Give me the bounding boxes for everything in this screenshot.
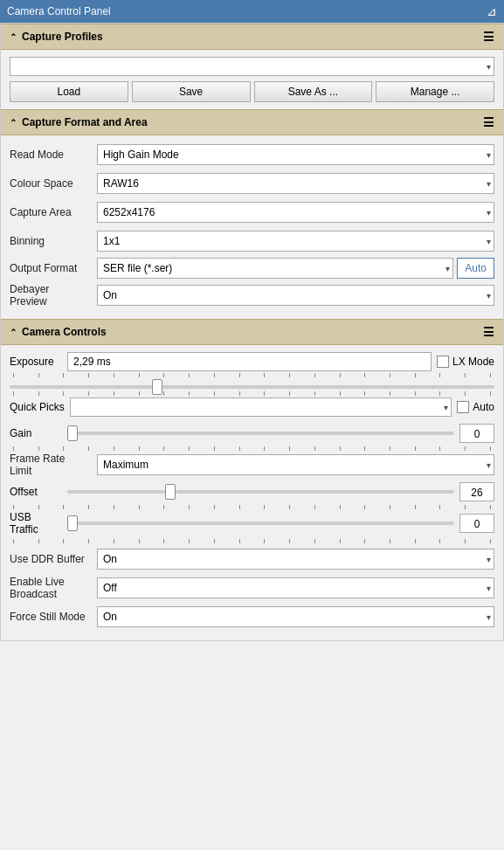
capture-area-select-wrapper: 6252x4176	[97, 202, 494, 223]
capture-format-header: ⌃ Capture Format and Area ☰	[1, 109, 503, 135]
force-still-select[interactable]: On	[97, 606, 494, 627]
use-ddr-select[interactable]: On	[97, 549, 494, 570]
binning-row: Binning 1x1	[10, 229, 494, 253]
use-ddr-label: Use DDR Buffer	[10, 553, 97, 565]
tick-10	[264, 373, 265, 377]
enable-live-select[interactable]: Off	[97, 577, 494, 598]
quick-picks-row: Quick Picks Auto	[10, 397, 494, 417]
profile-select-row	[10, 57, 494, 76]
quick-picks-label: Quick Picks	[10, 401, 65, 413]
offset-label: Offset	[10, 486, 62, 498]
save-as-button[interactable]: Save As ...	[254, 81, 373, 102]
usb-ticks	[10, 539, 494, 543]
colour-space-row: Colour Space RAW16	[10, 171, 494, 196]
capture-profiles-chevron[interactable]: ⌃	[10, 32, 17, 42]
camera-controls-chevron[interactable]: ⌃	[10, 328, 17, 337]
btick-13	[340, 391, 341, 396]
enable-live-row: Enable Live Broadcast Off	[10, 576, 494, 600]
usb-traffic-slider[interactable]	[67, 522, 454, 525]
tick-12	[314, 373, 315, 377]
btick-10	[264, 391, 265, 396]
btick-5	[139, 391, 140, 396]
tick-7	[189, 373, 190, 377]
btick-1	[38, 391, 39, 396]
usb-traffic-value: 0	[459, 514, 494, 533]
exposure-row: Exposure LX Mode	[10, 352, 494, 371]
capture-format-title: Capture Format and Area	[22, 116, 148, 128]
main-panel: ⌃ Capture Profiles ☰ Load Save Save As .…	[0, 23, 504, 641]
manage-button[interactable]: Manage ...	[376, 81, 494, 102]
tick-9	[239, 373, 240, 377]
tick-15	[390, 373, 390, 377]
usb-traffic-row: USB Traffic 0	[10, 511, 494, 536]
binning-select[interactable]: 1x1	[97, 231, 494, 252]
title-bar-text: Camera Control Panel	[7, 5, 111, 17]
read-mode-select[interactable]: High Gain Mode	[97, 144, 494, 165]
tick-4	[114, 373, 114, 377]
use-ddr-select-wrapper: On	[97, 549, 494, 570]
tick-8	[214, 373, 215, 377]
capture-format-chevron[interactable]: ⌃	[10, 118, 17, 128]
btick-0	[13, 391, 14, 396]
tick-18	[465, 373, 466, 377]
debayer-label: Debayer Preview	[10, 283, 97, 308]
read-mode-row: Read Mode High Gain Mode	[10, 142, 494, 167]
offset-slider[interactable]	[67, 490, 454, 494]
quick-picks-select[interactable]	[70, 397, 452, 417]
load-button[interactable]: Load	[10, 81, 128, 102]
btick-18	[465, 391, 466, 396]
capture-profiles-body: Load Save Save As ... Manage ...	[1, 50, 503, 109]
force-still-label: Force Still Mode	[10, 611, 97, 623]
output-format-select[interactable]: SER file (*.ser)	[97, 258, 453, 279]
gain-slider[interactable]	[67, 432, 454, 435]
binning-select-wrapper: 1x1	[97, 231, 494, 252]
enable-live-select-wrapper: Off	[97, 577, 494, 598]
usb-traffic-label: USB Traffic	[10, 511, 62, 536]
exposure-slider[interactable]	[10, 385, 494, 389]
debayer-select-wrapper: On	[97, 285, 494, 306]
capture-area-select[interactable]: 6252x4176	[97, 202, 494, 223]
lx-mode-text: LX Mode	[452, 356, 494, 368]
output-format-label: Output Format	[10, 262, 97, 274]
auto-checkbox[interactable]	[457, 401, 469, 413]
offset-ticks	[10, 505, 494, 509]
capture-profiles-menu-icon[interactable]: ☰	[483, 30, 494, 44]
btick-7	[189, 391, 190, 396]
exposure-ticks-top	[10, 373, 494, 377]
binning-label: Binning	[10, 235, 97, 247]
pin-icon[interactable]: ⊿	[487, 4, 497, 18]
output-format-auto-button[interactable]: Auto	[457, 258, 494, 279]
tick-14	[364, 373, 365, 377]
gain-ticks	[10, 446, 494, 451]
tick-6	[163, 373, 164, 377]
frame-rate-select-wrapper: Maximum	[97, 454, 494, 475]
read-mode-select-wrapper: High Gain Mode	[97, 144, 494, 165]
title-bar: Camera Control Panel ⊿	[0, 0, 504, 23]
btick-2	[63, 391, 64, 396]
exposure-input[interactable]	[67, 352, 432, 371]
offset-value: 26	[459, 482, 494, 501]
tick-19	[490, 373, 491, 377]
capture-area-label: Capture Area	[10, 206, 97, 218]
tick-2	[63, 373, 64, 377]
camera-controls-body: Exposure LX Mode	[1, 345, 503, 640]
btick-15	[390, 391, 390, 396]
btick-14	[364, 391, 365, 396]
btick-16	[415, 391, 416, 396]
btick-3	[88, 391, 89, 396]
capture-format-menu-icon[interactable]: ☰	[483, 115, 494, 129]
capture-area-row: Capture Area 6252x4176	[10, 200, 494, 225]
frame-rate-select[interactable]: Maximum	[97, 454, 494, 475]
tick-3	[88, 373, 89, 377]
profile-select[interactable]	[10, 57, 494, 76]
camera-controls-title: Camera Controls	[22, 326, 107, 338]
save-button[interactable]: Save	[132, 81, 251, 102]
lx-mode-checkbox[interactable]	[437, 356, 449, 368]
colour-space-select-wrapper: RAW16	[97, 173, 494, 194]
btick-17	[439, 391, 440, 396]
colour-space-select[interactable]: RAW16	[97, 173, 494, 194]
debayer-select[interactable]: On	[97, 285, 494, 306]
gain-label: Gain	[10, 427, 62, 439]
btick-4	[114, 391, 114, 396]
camera-controls-menu-icon[interactable]: ☰	[483, 325, 494, 339]
